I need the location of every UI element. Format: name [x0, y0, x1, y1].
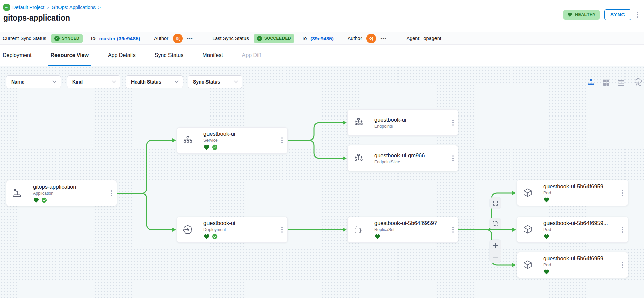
view-switcher: [586, 78, 643, 87]
node-status-row: [543, 234, 618, 240]
node-title: guestbook-ui-5b64f6959...: [543, 255, 618, 262]
tab-app-details[interactable]: App Details: [108, 45, 136, 66]
current-to-label: To: [90, 36, 95, 41]
plus-icon: [492, 242, 499, 249]
synced-check-icon: [212, 144, 218, 150]
node-menu-button[interactable]: [621, 261, 625, 269]
page-title: gitops-application: [3, 13, 639, 23]
pod-kind-icon: [517, 183, 538, 203]
check-circle-icon: ✓: [54, 36, 60, 41]
app-menu-button[interactable]: [636, 10, 639, 19]
synced-check-icon: [212, 234, 218, 239]
node-kind: EndpointSlice: [374, 160, 448, 164]
heart-icon: [567, 12, 572, 17]
chevron-down-icon: [234, 80, 238, 83]
current-author-avatar[interactable]: o(: [173, 34, 183, 43]
zoom-in-button[interactable]: [490, 240, 501, 251]
divider: [203, 35, 203, 42]
healthy-heart-icon: [203, 234, 210, 239]
graph-node-pod-2[interactable]: guestbook-ui-5b64f6959... Pod: [517, 217, 628, 243]
node-title: guestbook-ui-gm966: [374, 152, 448, 159]
node-kind: Pod: [543, 263, 618, 267]
node-title: guestbook-ui: [203, 220, 277, 226]
node-kind: Service: [203, 138, 277, 143]
node-kind: Endpoints: [374, 124, 448, 129]
breadcrumb-separator: >: [98, 5, 101, 10]
current-author-label: Author: [154, 36, 168, 41]
healthy-heart-icon: [203, 144, 210, 150]
graph-node-application[interactable]: gitops-application Application: [6, 180, 117, 206]
zoom-out-button[interactable]: [490, 251, 501, 263]
cloud-view-icon[interactable]: [634, 78, 643, 87]
graph-node-pod-3[interactable]: guestbook-ui-5b64f6959... Pod: [517, 252, 628, 278]
node-title: guestbook-ui-5b64f6959...: [543, 220, 618, 226]
current-target-revision-link[interactable]: master (39e9485): [99, 36, 140, 41]
graph-node-replicaset[interactable]: guestbook-ui-5b64f69597 ReplicaSet: [347, 217, 458, 243]
node-kind: Pod: [543, 191, 618, 195]
node-kind: Deployment: [203, 227, 277, 232]
filter-health-status-dropdown[interactable]: Health Status: [126, 75, 183, 88]
breadcrumb: ∞ Default Project > GitOps: Applications…: [3, 4, 639, 11]
fullscreen-icon: [492, 200, 499, 206]
node-menu-button[interactable]: [451, 118, 455, 127]
pod-kind-icon: [517, 255, 538, 275]
grid-view-icon[interactable]: [602, 78, 610, 87]
node-status-row: [543, 269, 618, 275]
sync-status-bar: Current Sync Status ✓ SYNCED To master (…: [0, 32, 644, 45]
graph-node-endpointslice[interactable]: guestbook-ui-gm966 EndpointSlice: [347, 145, 458, 171]
resource-graph-canvas[interactable]: Name Kind Health Status Sync Status: [0, 66, 644, 298]
graph-node-deployment[interactable]: guestbook-ui Deployment: [177, 217, 288, 243]
list-view-icon[interactable]: [617, 78, 626, 87]
graph-node-endpoints[interactable]: guestbook-ui Endpoints: [347, 109, 458, 136]
tab-deployment[interactable]: Deployment: [3, 45, 31, 66]
breadcrumb-applications-link[interactable]: GitOps: Applications: [52, 5, 96, 10]
node-menu-button[interactable]: [110, 189, 114, 198]
tab-manifest[interactable]: Manifest: [202, 45, 223, 66]
tab-sync-status[interactable]: Sync Status: [155, 45, 183, 66]
filter-kind-dropdown[interactable]: Kind: [67, 75, 120, 88]
healthy-heart-icon: [543, 234, 550, 239]
graph-node-service[interactable]: guestbook-ui Service: [177, 127, 288, 154]
tab-app-diff: App Diff: [242, 45, 261, 66]
marquee-select-button[interactable]: [490, 218, 501, 229]
last-sync-label: Last Sync Status: [212, 36, 249, 41]
last-author-avatar[interactable]: o(: [366, 34, 376, 43]
node-menu-button[interactable]: [621, 189, 625, 197]
node-title: guestbook-ui-5b64f6959...: [543, 183, 618, 190]
zoom-controls: [490, 240, 501, 263]
healthy-heart-icon: [543, 197, 550, 203]
fullscreen-button[interactable]: [490, 197, 501, 209]
filter-name-dropdown[interactable]: Name: [6, 75, 61, 88]
node-status-row: [203, 234, 277, 240]
node-kind: Application: [33, 191, 107, 196]
node-status-row: [33, 197, 107, 203]
tab-resource-view[interactable]: Resource View: [50, 45, 89, 66]
tab-bar: Deployment Resource View App Details Syn…: [0, 45, 644, 66]
node-menu-button[interactable]: [280, 225, 284, 234]
gitops-logo-icon: ∞: [3, 4, 10, 11]
node-menu-button[interactable]: [451, 225, 455, 234]
node-menu-button[interactable]: [621, 225, 625, 234]
tree-view-icon[interactable]: [586, 78, 595, 87]
divider: [397, 35, 397, 42]
current-more-button[interactable]: •••: [187, 36, 193, 41]
node-kind: ReplicaSet: [374, 227, 448, 232]
healthy-heart-icon: [374, 234, 381, 239]
agent-value: opagent: [423, 36, 441, 41]
agent-label: Agent:: [407, 36, 421, 41]
node-menu-button[interactable]: [280, 136, 284, 145]
chevron-down-icon: [52, 80, 56, 83]
node-status-row: [203, 144, 277, 151]
node-menu-button[interactable]: [451, 154, 455, 163]
last-more-button[interactable]: •••: [380, 36, 386, 41]
pod-kind-icon: [517, 220, 538, 239]
sync-button[interactable]: SYNC: [604, 9, 631, 20]
minus-icon: [492, 254, 499, 260]
breadcrumb-project-link[interactable]: Default Project: [12, 5, 44, 10]
endpointslice-kind-icon: [348, 148, 369, 168]
filter-sync-status-dropdown[interactable]: Sync Status: [188, 75, 242, 88]
last-target-revision-link[interactable]: (39e9485): [310, 36, 333, 41]
graph-node-pod-1[interactable]: guestbook-ui-5b64f6959... Pod: [517, 180, 628, 206]
breadcrumb-separator: >: [47, 5, 49, 10]
deployment-kind-icon: [177, 220, 198, 239]
